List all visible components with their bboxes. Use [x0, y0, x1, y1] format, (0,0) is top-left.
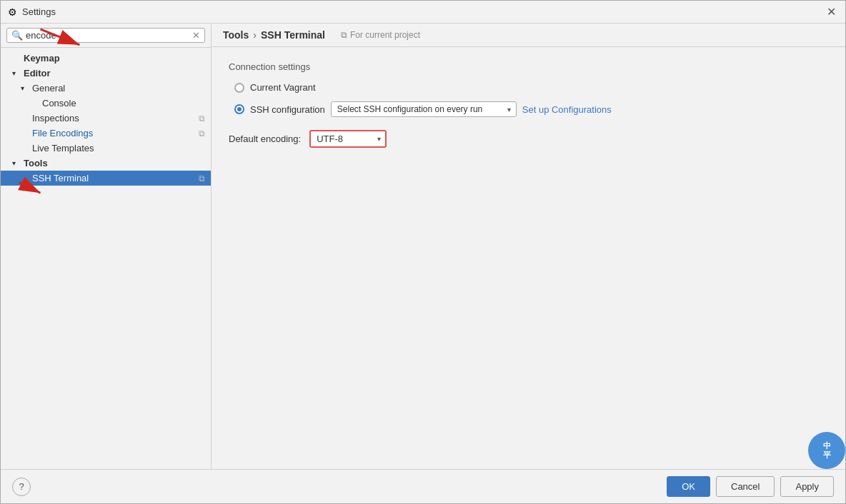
radio-vagrant-label: Current Vagrant	[250, 82, 316, 93]
ssh-config-dropdown-wrap[interactable]: Select SSH configuration on every run ▾	[331, 101, 517, 117]
encoding-dropdown-wrap[interactable]: UTF-8 ISO-8859-1 US-ASCII UTF-16 ▾	[309, 130, 387, 148]
sidebar-tree: Keymap ▾ Editor ▾ General Console	[1, 48, 211, 469]
sidebar-item-general[interactable]: ▾ General	[1, 81, 211, 96]
search-input-wrap[interactable]: 🔍 ✕	[6, 28, 205, 43]
sidebar-item-file-encodings[interactable]: File Encodings ⧉	[1, 126, 211, 141]
right-panel: Tools › SSH Terminal ⧉ For current proje…	[211, 24, 845, 469]
apply-button[interactable]: Apply	[780, 476, 834, 497]
setup-configurations-link[interactable]: Set up Configurations	[522, 104, 612, 115]
title-bar: ⚙ Settings ✕	[1, 1, 845, 24]
bottom-bar: ? OK Cancel Apply	[1, 469, 845, 503]
encoding-label: Default encoding:	[229, 133, 301, 144]
settings-icon: ⚙	[6, 6, 18, 18]
sidebar-item-live-templates[interactable]: Live Templates	[1, 141, 211, 156]
dialog-title: Settings	[22, 6, 822, 17]
encoding-dropdown[interactable]: UTF-8 ISO-8859-1 US-ASCII UTF-16	[311, 131, 385, 146]
radio-vagrant[interactable]	[234, 83, 244, 93]
radio-group: Current Vagrant SSH configuration Select…	[234, 82, 828, 117]
link-icon: ⧉	[341, 30, 347, 40]
breadcrumb: Tools › SSH Terminal ⧉ For current proje…	[211, 24, 845, 47]
radio-ssh-row[interactable]: SSH configuration Select SSH configurati…	[234, 101, 828, 117]
copy-icon: ⧉	[199, 128, 205, 138]
sidebar-item-tools[interactable]: ▾ Tools	[1, 156, 211, 171]
main-content: 🔍 ✕ Keymap ▾ Editor ▾	[1, 24, 845, 469]
encoding-row: Default encoding: UTF-8 ISO-8859-1 US-AS…	[229, 130, 828, 148]
ok-button[interactable]: OK	[667, 476, 710, 497]
settings-body: Connection settings Current Vagrant SSH …	[211, 47, 845, 469]
arrow-icon: ▾	[21, 84, 29, 92]
section-title: Connection settings	[229, 61, 828, 72]
search-icon: 🔍	[11, 30, 23, 41]
arrow-icon: ▾	[12, 159, 21, 167]
sidebar-item-console[interactable]: Console	[1, 96, 211, 111]
radio-ssh[interactable]	[234, 104, 244, 114]
arrow-icon: ▾	[12, 69, 21, 77]
sidebar-item-keymap[interactable]: Keymap	[1, 51, 211, 66]
sidebar-item-ssh-terminal[interactable]: SSH Terminal ⧉	[1, 171, 211, 186]
radio-ssh-label: SSH configuration	[250, 104, 325, 115]
copy-icon: ⧉	[199, 173, 205, 183]
cancel-button[interactable]: Cancel	[716, 476, 775, 497]
settings-dialog: ⚙ Settings ✕ 🔍 ✕ Keymap ▾	[0, 0, 846, 504]
clear-icon[interactable]: ✕	[192, 30, 200, 41]
watermark-badge: 中平	[808, 432, 845, 469]
breadcrumb-parent: Tools	[223, 29, 249, 41]
search-input[interactable]	[26, 30, 192, 41]
breadcrumb-current: SSH Terminal	[261, 29, 325, 41]
button-group: OK Cancel Apply	[667, 476, 834, 497]
close-button[interactable]: ✕	[822, 4, 840, 21]
search-box: 🔍 ✕	[1, 24, 211, 48]
sidebar-item-inspections[interactable]: Inspections ⧉	[1, 111, 211, 126]
breadcrumb-separator: ›	[253, 29, 257, 41]
sidebar: 🔍 ✕ Keymap ▾ Editor ▾	[1, 24, 211, 469]
sidebar-item-editor[interactable]: ▾ Editor	[1, 66, 211, 81]
radio-vagrant-row[interactable]: Current Vagrant	[234, 82, 828, 93]
help-button[interactable]: ?	[12, 478, 31, 496]
ssh-config-dropdown[interactable]: Select SSH configuration on every run	[331, 101, 517, 117]
copy-icon: ⧉	[199, 114, 205, 124]
for-current-project-link[interactable]: ⧉ For current project	[341, 30, 420, 40]
